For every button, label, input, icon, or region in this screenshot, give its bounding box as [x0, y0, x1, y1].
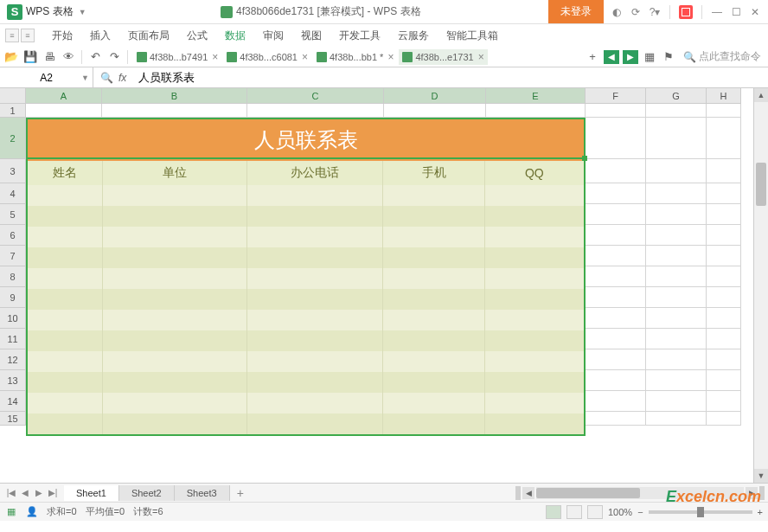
cell[interactable]	[586, 391, 646, 412]
cell[interactable]	[646, 225, 707, 246]
sheet-tab-Sheet1[interactable]: Sheet1	[64, 485, 119, 501]
table-cell[interactable]	[485, 372, 584, 393]
menu-插入[interactable]: 插入	[81, 25, 119, 47]
cell[interactable]	[646, 308, 707, 329]
table-cell[interactable]	[247, 247, 383, 268]
cell[interactable]	[707, 370, 741, 391]
table-cell[interactable]	[485, 310, 584, 330]
table-cell[interactable]	[485, 289, 584, 310]
close-icon[interactable]: ✕	[749, 6, 761, 18]
vertical-scrollbar[interactable]: ▲ ▼	[753, 88, 768, 483]
expand-ribbon-icon[interactable]: ≡	[5, 29, 19, 42]
menu-视图[interactable]: 视图	[292, 25, 330, 47]
file-tab[interactable]: 4f38b...c6081×	[223, 49, 311, 65]
column-header-H[interactable]: H	[707, 88, 741, 104]
cell[interactable]	[707, 118, 741, 159]
cell[interactable]	[486, 104, 586, 118]
cell[interactable]	[586, 308, 646, 329]
zoom-out-button[interactable]: −	[637, 507, 643, 517]
table-cell[interactable]	[103, 289, 247, 310]
command-search[interactable]: 🔍 点此查找命令	[680, 49, 765, 64]
table-cell[interactable]	[103, 268, 247, 289]
table-cell[interactable]	[28, 351, 103, 372]
row-header-14[interactable]: 14	[0, 391, 26, 412]
cell[interactable]	[646, 349, 707, 370]
table-cell[interactable]	[247, 372, 383, 393]
cell[interactable]	[707, 159, 741, 183]
name-box[interactable]: ▼	[0, 67, 93, 87]
row-header-1[interactable]: 1	[0, 104, 26, 118]
sheet-prev-button[interactable]: ◀	[19, 488, 31, 497]
save-icon[interactable]: 💾	[22, 49, 38, 65]
table-cell[interactable]	[247, 206, 383, 227]
doc-status-icon[interactable]: ▦	[5, 506, 17, 518]
table-cell[interactable]	[28, 413, 103, 434]
cell[interactable]	[586, 104, 646, 118]
collapse-ribbon-icon[interactable]: ≡	[21, 29, 35, 42]
table-cell[interactable]	[103, 413, 247, 434]
cell[interactable]	[707, 104, 741, 118]
normal-view-button[interactable]	[546, 505, 561, 519]
table-cell[interactable]	[485, 413, 584, 434]
cell[interactable]	[247, 104, 384, 118]
row-header-6[interactable]: 6	[0, 225, 26, 246]
table-cell[interactable]	[485, 351, 584, 372]
maximize-icon[interactable]: ☐	[730, 6, 742, 18]
table-cell[interactable]	[485, 185, 584, 206]
row-header-2[interactable]: 2	[0, 118, 26, 159]
sheet-tab-Sheet2[interactable]: Sheet2	[119, 485, 175, 501]
close-tab-icon[interactable]: ×	[478, 51, 484, 63]
cell[interactable]	[646, 370, 707, 391]
print-icon[interactable]: 🖶	[42, 49, 57, 65]
cell[interactable]	[586, 370, 646, 391]
cell[interactable]	[707, 225, 741, 246]
column-header-F[interactable]: F	[586, 88, 646, 104]
row-header-3[interactable]: 3	[0, 159, 26, 183]
table-cell[interactable]	[247, 393, 383, 413]
fx-search-icon[interactable]: 🔍	[100, 72, 113, 84]
tab-prev-button[interactable]: ◀	[604, 50, 619, 64]
login-button[interactable]: 未登录	[548, 0, 604, 23]
hscroll-left-button[interactable]: ◀	[522, 487, 534, 499]
menu-智能工具箱[interactable]: 智能工具箱	[438, 25, 507, 47]
cell[interactable]	[586, 349, 646, 370]
table-cell[interactable]	[485, 268, 584, 289]
table-cell[interactable]	[103, 185, 247, 206]
add-sheet-button[interactable]: +	[230, 486, 251, 500]
cell[interactable]	[646, 104, 707, 118]
person-icon[interactable]: 👤	[26, 506, 38, 518]
sync-icon[interactable]: ◐	[611, 6, 623, 18]
zoom-slider[interactable]	[649, 510, 752, 514]
app-brand[interactable]: S WPS 表格 ▼	[0, 0, 93, 23]
cell[interactable]	[707, 183, 741, 204]
table-cell[interactable]	[28, 268, 103, 289]
table-cell[interactable]	[103, 227, 247, 247]
cell[interactable]	[586, 225, 646, 246]
cell[interactable]	[707, 266, 741, 287]
scroll-track[interactable]	[754, 102, 768, 469]
table-cell[interactable]	[247, 330, 383, 351]
cell[interactable]	[646, 329, 707, 349]
row-header-7[interactable]: 7	[0, 246, 26, 266]
table-cell[interactable]	[103, 206, 247, 227]
table-cell[interactable]	[383, 289, 484, 310]
cell[interactable]	[707, 287, 741, 308]
table-cell[interactable]	[103, 330, 247, 351]
help-icon[interactable]: ?▾	[649, 6, 661, 18]
split-handle[interactable]	[515, 486, 521, 500]
scroll-down-button[interactable]: ▼	[754, 469, 768, 483]
table-cell[interactable]	[383, 372, 484, 393]
column-header-G[interactable]: G	[646, 88, 707, 104]
table-cell[interactable]	[383, 310, 484, 330]
table-cell[interactable]	[383, 330, 484, 351]
table-header-cell[interactable]: 办公电话	[247, 161, 383, 185]
scroll-thumb[interactable]	[756, 163, 766, 206]
sheet-first-button[interactable]: |◀	[5, 488, 17, 497]
column-header-D[interactable]: D	[384, 88, 486, 104]
zoom-in-button[interactable]: +	[758, 507, 763, 517]
table-cell[interactable]	[247, 227, 383, 247]
cell[interactable]	[586, 246, 646, 266]
table-cell[interactable]	[383, 206, 484, 227]
refresh-icon[interactable]: ⟳	[630, 6, 642, 18]
table-cell[interactable]	[247, 310, 383, 330]
